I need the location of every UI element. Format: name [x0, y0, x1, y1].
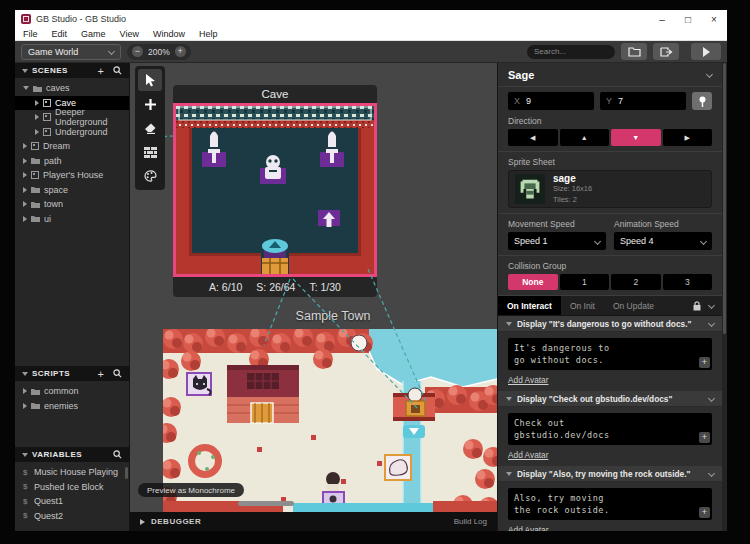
- direction-right-button[interactable]: ▶: [663, 129, 713, 146]
- expanded-icon: [506, 397, 512, 401]
- dialogue-text-input[interactable]: Also, try moving the rock outside.: [508, 488, 712, 520]
- pin-actor-button[interactable]: [692, 92, 712, 110]
- menu-game[interactable]: Game: [81, 29, 106, 39]
- insert-variable-button[interactable]: +: [699, 432, 710, 443]
- maximize-button[interactable]: □: [675, 10, 701, 28]
- chevron-down-icon: [108, 48, 115, 55]
- tree-item-dream[interactable]: Dream: [15, 139, 129, 154]
- direction-buttons: ◀ ▲ ▼ ▶: [508, 129, 712, 146]
- event-header[interactable]: Display "Check out gbstudio.dev/docs": [498, 391, 722, 407]
- zoom-control: − 200% +: [127, 44, 191, 60]
- tool-palette: [135, 66, 165, 190]
- horizontal-scrollbar[interactable]: [238, 501, 294, 506]
- add-avatar-link[interactable]: Add Avatar: [508, 375, 548, 385]
- chevron-down-icon[interactable]: [708, 302, 715, 309]
- direction-left-button[interactable]: ◀: [508, 129, 558, 146]
- x-position-field[interactable]: X 9: [508, 92, 594, 110]
- variable-item[interactable]: $ Pushed Ice Block: [15, 480, 129, 495]
- variable-item[interactable]: $ Quest2: [15, 509, 129, 524]
- tree-item-common[interactable]: common: [15, 384, 129, 399]
- scene-cave-map[interactable]: [173, 103, 377, 277]
- tab-on-interact[interactable]: On Interact: [498, 296, 561, 315]
- colorize-tool-button[interactable]: [138, 165, 162, 187]
- direction-down-button[interactable]: ▼: [611, 129, 661, 146]
- preview-monochrome-button[interactable]: Preview as Monochrome: [138, 483, 244, 497]
- collision-2-button[interactable]: 2: [611, 274, 661, 290]
- event-header[interactable]: Display "It's dangerous to go without do…: [498, 316, 722, 332]
- eraser-tool-button[interactable]: [138, 117, 162, 139]
- tree-item-path[interactable]: path: [15, 154, 129, 169]
- folder-icon: [31, 388, 40, 395]
- chevron-down-icon[interactable]: [706, 71, 713, 78]
- add-script-button[interactable]: +: [98, 369, 104, 379]
- world-canvas[interactable]: Cave: [130, 63, 497, 531]
- scene-town-title[interactable]: Sample Town: [260, 309, 406, 323]
- add-tool-button[interactable]: [138, 93, 162, 115]
- folder-icon: [628, 47, 641, 57]
- tab-on-init[interactable]: On Init: [561, 296, 604, 315]
- open-project-folder-button[interactable]: [621, 43, 647, 60]
- sprite-sheet-select[interactable]: sage Size: 16x16 Tiles: 2: [508, 170, 712, 208]
- collision-tool-button[interactable]: [138, 141, 162, 163]
- menu-file[interactable]: File: [23, 29, 38, 39]
- add-avatar-link[interactable]: Add Avatar: [508, 525, 548, 531]
- insert-variable-button[interactable]: +: [699, 357, 710, 368]
- tree-item-caves[interactable]: caves: [15, 81, 129, 96]
- variable-item[interactable]: $ Music House Playing: [15, 465, 129, 480]
- actor-name: Sage: [508, 69, 707, 81]
- scene-cave[interactable]: Cave: [173, 85, 377, 297]
- search-icon[interactable]: [113, 66, 122, 75]
- dialogue-text-input[interactable]: Check out gbstudio.dev/docs: [508, 413, 712, 445]
- zoom-in-button[interactable]: +: [175, 46, 186, 57]
- panel-scrollbar[interactable]: [722, 63, 727, 531]
- movement-speed-select[interactable]: Speed 1: [508, 232, 606, 250]
- menu-window[interactable]: Window: [153, 29, 185, 39]
- build-log-link[interactable]: Build Log: [454, 517, 487, 526]
- tree-item-town[interactable]: town: [15, 197, 129, 212]
- scrollbar-thumb[interactable]: [125, 467, 128, 479]
- dialogue-text-input[interactable]: It's dangerous to go without docs.: [508, 338, 712, 370]
- event-display-3: Display "Also, try moving the rock outsi…: [498, 466, 722, 531]
- scene-cave-title[interactable]: Cave: [173, 85, 377, 103]
- trigger-count: T: 1/30: [309, 281, 341, 293]
- search-input[interactable]: [534, 47, 608, 56]
- debugger-bar[interactable]: DEBUGGER Build Log: [130, 512, 497, 531]
- lock-icon[interactable]: [693, 301, 701, 311]
- tree-item-enemies[interactable]: enemies: [15, 399, 129, 414]
- close-button[interactable]: ×: [701, 10, 727, 28]
- export-button[interactable]: [653, 43, 679, 60]
- sprite-size: 16x16: [572, 184, 592, 193]
- minimize-button[interactable]: –: [649, 10, 675, 28]
- search-icon[interactable]: [113, 369, 122, 378]
- event-header[interactable]: Display "Also, try moving the rock outsi…: [498, 466, 722, 482]
- insert-variable-button[interactable]: +: [699, 507, 710, 518]
- menu-edit[interactable]: Edit: [52, 29, 68, 39]
- tree-item-ui[interactable]: ui: [15, 212, 129, 227]
- select-tool-button[interactable]: [138, 69, 162, 91]
- variables-header[interactable]: VARIABLES: [15, 447, 129, 462]
- view-mode-select[interactable]: Game World: [21, 44, 121, 60]
- tree-item-deeper-underground[interactable]: Deeper Underground: [15, 110, 129, 125]
- collapsed-icon: [23, 403, 27, 409]
- scenes-header[interactable]: SCENES +: [15, 63, 129, 78]
- menu-help[interactable]: Help: [199, 29, 218, 39]
- variable-item[interactable]: $ Quest1: [15, 494, 129, 509]
- collision-3-button[interactable]: 3: [663, 274, 713, 290]
- zoom-out-button[interactable]: −: [132, 46, 143, 57]
- y-position-field[interactable]: Y 7: [600, 92, 686, 110]
- direction-up-button[interactable]: ▲: [560, 129, 610, 146]
- tab-on-update[interactable]: On Update: [604, 296, 663, 315]
- collision-1-button[interactable]: 1: [560, 274, 610, 290]
- collision-none-button[interactable]: None: [508, 274, 558, 290]
- tree-item-space[interactable]: space: [15, 183, 129, 198]
- sprite-count: S: 26/64: [256, 281, 295, 293]
- tree-item-players-house[interactable]: Player's House: [15, 168, 129, 183]
- add-avatar-link[interactable]: Add Avatar: [508, 450, 548, 460]
- main-area: SCENES + caves Cave: [15, 63, 727, 531]
- run-game-button[interactable]: [691, 43, 721, 60]
- scripts-header[interactable]: SCRIPTS +: [15, 366, 129, 381]
- animation-speed-select[interactable]: Speed 4: [614, 232, 712, 250]
- add-scene-button[interactable]: +: [98, 66, 104, 76]
- menu-view[interactable]: View: [120, 29, 139, 39]
- search-icon[interactable]: [113, 450, 122, 459]
